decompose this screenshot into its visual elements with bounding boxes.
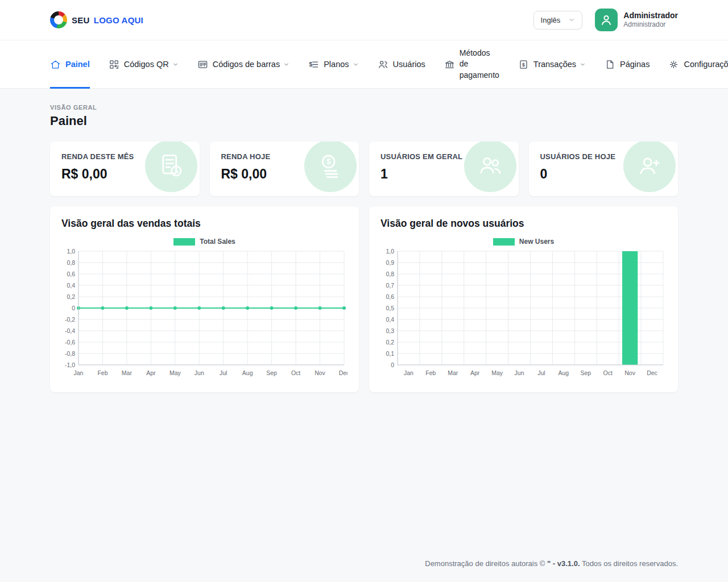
svg-text:1,0: 1,0 — [67, 248, 75, 255]
svg-text:0,5: 0,5 — [386, 305, 394, 311]
logo-text: SEU LOGO AQUI — [72, 15, 143, 25]
language-selector[interactable]: Inglês — [533, 11, 583, 30]
nav-item-metodos-de-pagamento[interactable]: Métodos de pagamento — [444, 40, 499, 88]
invoice-clock-icon — [145, 142, 197, 192]
stat-card-usuarios-de-hoje: USUÁRIOS DE HOJE 0 — [529, 142, 679, 196]
sales-chart-card: Visão geral das vendas totais Total Sale… — [50, 206, 359, 392]
logo-icon — [50, 11, 67, 28]
nav-item-painel[interactable]: Painel — [50, 40, 90, 88]
svg-text:-0,8: -0,8 — [65, 350, 75, 357]
footer-text-end: Todos os direitos reservados. — [580, 559, 678, 568]
barcode-icon — [197, 59, 208, 70]
footer: Demonstração de direitos autorais © " - … — [50, 542, 678, 568]
charts-row: Visão geral das vendas totais Total Sale… — [50, 206, 678, 392]
svg-text:$: $ — [309, 61, 313, 68]
svg-text:Jul: Jul — [220, 369, 227, 376]
users-icon — [378, 59, 388, 70]
svg-text:0,2: 0,2 — [386, 339, 394, 346]
nav-label: Códigos de barras — [213, 60, 280, 69]
svg-text:-0,6: -0,6 — [65, 339, 75, 346]
chart-legend: New Users — [380, 238, 667, 246]
logo-text-prefix: SEU — [72, 15, 89, 25]
gear-icon — [668, 59, 679, 70]
nav-item-codigos-qr[interactable]: Códigos QR — [109, 40, 179, 88]
nav-item-usuarios[interactable]: Usuários — [378, 40, 425, 88]
svg-text:0,7: 0,7 — [386, 282, 394, 289]
nav-item-codigos-de-barras[interactable]: Códigos de barras — [197, 40, 290, 88]
footer-text-start: Demonstração de direitos autorais © — [425, 559, 547, 568]
svg-text:-0,2: -0,2 — [65, 316, 75, 323]
bank-icon — [444, 59, 455, 70]
new-users-chart-card: Visão geral de novos usuários New Users … — [369, 206, 678, 392]
nav-label: Configurações — [684, 60, 728, 69]
svg-text:Apr: Apr — [470, 369, 480, 376]
svg-text:Feb: Feb — [425, 369, 436, 376]
chart-title: Visão geral das vendas totais — [61, 218, 348, 230]
svg-text:0,6: 0,6 — [386, 293, 394, 300]
stat-card-usuarios-em-geral: USUÁRIOS EM GERAL 1 — [369, 142, 519, 196]
nav-item-planos[interactable]: $ Planos — [308, 40, 358, 88]
svg-text:Dec: Dec — [647, 369, 657, 376]
nav-item-paginas[interactable]: Páginas — [605, 40, 650, 88]
page-title: Painel — [50, 114, 678, 128]
nav-item-configuracoes[interactable]: Configurações — [668, 40, 728, 88]
svg-text:0,8: 0,8 — [67, 259, 75, 266]
svg-text:Dec: Dec — [339, 369, 348, 376]
svg-text:Jun: Jun — [515, 369, 524, 376]
svg-text:0,8: 0,8 — [386, 271, 394, 277]
svg-text:Jun: Jun — [195, 369, 204, 376]
legend-label: Total Sales — [200, 238, 235, 246]
dollar-coins-icon: $ — [304, 142, 357, 192]
svg-text:$: $ — [326, 157, 331, 166]
legend-label: New Users — [519, 238, 554, 246]
page-eyebrow: VISÃO GERAL — [50, 104, 678, 111]
svg-text:1,0: 1,0 — [386, 248, 394, 255]
svg-text:0,1: 0,1 — [386, 350, 394, 357]
svg-text:Nov: Nov — [315, 369, 325, 376]
qr-code-icon — [109, 59, 119, 70]
svg-text:0: 0 — [72, 305, 75, 311]
svg-text:Sep: Sep — [266, 369, 277, 376]
chart-title: Visão geral de novos usuários — [380, 218, 667, 230]
main-content: VISÃO GERAL Painel RENDA DESTE MÊS R$ 0,… — [0, 89, 728, 582]
svg-text:0,6: 0,6 — [67, 271, 75, 277]
home-icon — [50, 59, 61, 70]
svg-text:$: $ — [522, 61, 525, 67]
nav-label: Códigos QR — [124, 60, 169, 69]
user-name: Administrador — [623, 11, 678, 21]
svg-text:Nov: Nov — [624, 369, 635, 376]
svg-text:Jan: Jan — [404, 369, 413, 376]
user-plus-icon — [623, 142, 676, 192]
user-icon — [599, 13, 613, 27]
nav-label: Métodos de pagamento — [460, 48, 499, 81]
svg-text:-1,0: -1,0 — [65, 361, 75, 368]
plans-icon: $ — [308, 59, 319, 70]
svg-text:0,9: 0,9 — [386, 259, 394, 266]
main-nav: Painel Códigos QR Códigos de barras $ Pl… — [0, 40, 728, 89]
svg-text:Jul: Jul — [537, 369, 545, 376]
top-header: SEU LOGO AQUI Inglês Administrador Admin… — [0, 0, 728, 40]
svg-text:0,2: 0,2 — [67, 293, 75, 300]
stat-card-renda-hoje: RENDA HOJE R$ 0,00 $ — [210, 142, 359, 196]
svg-text:May: May — [491, 369, 503, 376]
nav-item-transacoes[interactable]: $ Transações — [518, 40, 586, 88]
svg-text:-0,4: -0,4 — [65, 327, 75, 334]
svg-text:0,3: 0,3 — [386, 327, 394, 334]
chevron-down-icon — [353, 61, 359, 68]
stats-row: RENDA DESTE MÊS R$ 0,00 RENDA HOJE R$ 0,… — [50, 142, 678, 196]
legend-swatch — [173, 238, 195, 246]
svg-text:0,4: 0,4 — [67, 282, 75, 289]
logo-text-highlight: LOGO AQUI — [94, 15, 143, 25]
logo[interactable]: SEU LOGO AQUI — [50, 11, 143, 28]
chevron-down-icon — [283, 61, 289, 68]
svg-text:Aug: Aug — [242, 369, 253, 376]
user-menu[interactable]: Administrador Administrador — [595, 9, 678, 31]
new-users-chart: 1,00,90,80,70,60,50,40,30,20,10JanFebMar… — [380, 248, 667, 380]
avatar — [595, 9, 618, 31]
svg-text:Jan: Jan — [74, 369, 84, 376]
svg-text:May: May — [169, 369, 181, 376]
svg-text:Oct: Oct — [603, 369, 613, 376]
svg-text:Mar: Mar — [122, 369, 133, 376]
svg-text:Aug: Aug — [559, 369, 569, 376]
svg-text:Apr: Apr — [146, 369, 156, 376]
